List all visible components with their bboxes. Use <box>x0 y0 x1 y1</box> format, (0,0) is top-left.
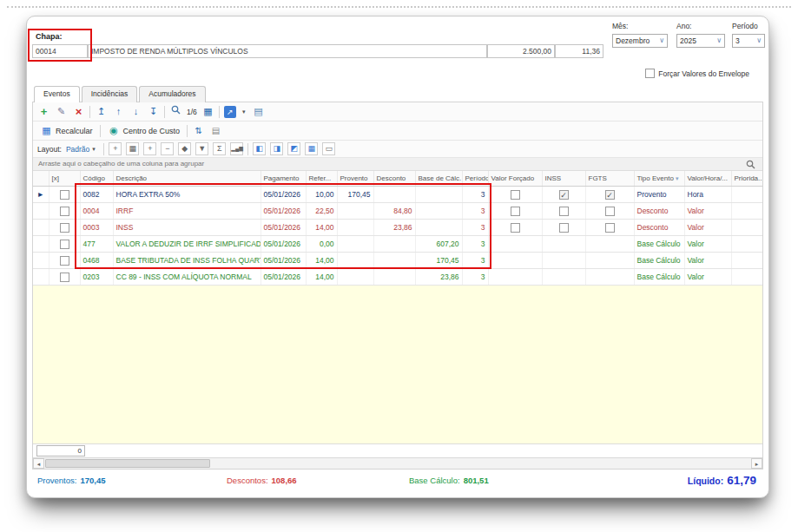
column-header-codigo[interactable]: Código <box>80 171 113 186</box>
mes-select[interactable]: Dezembro ∨ <box>612 34 668 48</box>
summary-sigma-icon[interactable]: Σ <box>213 142 226 155</box>
events-grid: [x]CódigoDescriçãoPagamentoRefer...Prove… <box>33 171 762 443</box>
fgts-checkbox[interactable] <box>605 207 615 216</box>
column-header-valor_forcado[interactable]: Valor Forçado <box>488 171 542 186</box>
chapa-field[interactable]: 00014 <box>32 44 88 58</box>
summary-icon[interactable]: ▤ <box>209 124 222 137</box>
sort-icon[interactable]: ⇅ <box>192 124 205 137</box>
delete-button[interactable]: × <box>72 105 85 118</box>
rate-field[interactable]: 11,36 <box>555 44 603 58</box>
table-row[interactable]: 0203CC 89 - INSS COM ALÍQUOTA NORMAL05/0… <box>33 268 762 285</box>
valor_forcado-checkbox[interactable] <box>511 207 520 216</box>
tab-incidencias[interactable]: Incidências <box>82 86 138 102</box>
pin-column-icon[interactable]: ◆ <box>178 142 191 155</box>
centro-custo-icon: ◉ <box>108 124 121 137</box>
column-header-prioridade[interactable]: Priorida... <box>731 171 762 186</box>
edit-button[interactable]: ✎ <box>55 105 68 118</box>
filter-icon[interactable]: ▾ <box>676 175 679 181</box>
table-row[interactable]: ►0082HORA EXTRA 50%05/01/202610,00170,45… <box>33 186 762 202</box>
collapse-all-icon[interactable]: − <box>161 142 174 155</box>
last-record-button[interactable]: ↧ <box>147 105 160 118</box>
table-row[interactable]: 0003INSS05/01/202614,0023,863DescontoVal… <box>33 219 762 235</box>
forcar-valores-checkbox[interactable] <box>645 69 655 78</box>
centro-custo-button[interactable]: ◉ Centro de Custo <box>105 124 183 137</box>
row-select-checkbox[interactable] <box>60 207 69 216</box>
add-button[interactable]: + <box>37 105 50 118</box>
fgts-checkbox[interactable] <box>605 223 615 233</box>
column-header-periodo[interactable]: Período <box>462 171 488 186</box>
row-select-checkbox[interactable] <box>60 190 69 200</box>
scrollbar-thumb[interactable] <box>45 459 210 468</box>
divider <box>219 106 220 118</box>
table-row[interactable]: 477VALOR A DEDUZIR DE IRRF SIMPLIFICADO … <box>33 235 762 252</box>
horizontal-scrollbar[interactable]: ◂ ▸ <box>33 457 762 469</box>
cell-pagamento: 05/01/2026 <box>261 235 306 252</box>
cell-valor_hora: Valor <box>684 252 731 268</box>
column-header-check[interactable]: [x] <box>49 171 80 186</box>
table-row[interactable]: 0468BASE TRIBUTADA DE INSS FOLHA QUARTA … <box>33 252 762 268</box>
export-dropdown-caret[interactable]: ▾ <box>241 105 247 118</box>
column-header-inss[interactable]: INSS <box>542 171 585 186</box>
report-icon[interactable]: ▤ <box>252 105 265 118</box>
layout-select[interactable]: Padrão ▾ <box>66 145 99 154</box>
footer-toggle-icon[interactable]: ▭ <box>322 142 335 155</box>
row-select-checkbox[interactable] <box>60 223 69 233</box>
next-record-button[interactable]: ↓ <box>129 105 142 118</box>
column-header-tipo_evento[interactable]: Tipo Evento▾ <box>634 171 684 186</box>
periodo-select[interactable]: 3 ∨ <box>732 34 765 48</box>
panel-left-icon[interactable]: ◧ <box>253 142 266 155</box>
cell-fgts <box>585 268 634 285</box>
group-by-hint: Arraste aqui o cabeçalho de uma coluna p… <box>38 160 204 167</box>
add-group-icon[interactable]: + <box>143 142 156 155</box>
column-header-pagamento[interactable]: Pagamento <box>261 171 306 186</box>
search-icon[interactable] <box>169 105 182 118</box>
cell-descricao: HORA EXTRA 50% <box>113 186 261 202</box>
tab-acumuladores[interactable]: Acumuladores <box>139 86 205 102</box>
filter-icon[interactable]: ▼ <box>195 142 208 155</box>
row-select-checkbox[interactable] <box>60 256 69 266</box>
cell-check <box>49 202 80 219</box>
employee-name-field[interactable]: IMPOSTO DE RENDA MÚLTIPLOS VÍNCULOS <box>88 44 487 58</box>
cell-provento <box>337 252 373 268</box>
inss-checkbox[interactable] <box>559 223 569 233</box>
tab-eventos[interactable]: Eventos <box>34 86 80 102</box>
column-header-desconto[interactable]: Desconto <box>373 171 415 186</box>
layout-label: Layout: <box>37 145 62 154</box>
cell-valor_hora: Valor <box>684 202 731 219</box>
cell-desconto: 84,80 <box>373 202 415 219</box>
panel-top-icon[interactable]: ◩ <box>287 142 300 155</box>
valor_forcado-checkbox[interactable] <box>511 190 520 200</box>
row-select-checkbox[interactable] <box>60 273 69 282</box>
scroll-right-arrow[interactable]: ▸ <box>751 458 762 469</box>
table-row[interactable]: 0004IRRF05/01/202622,5084,803DescontoVal… <box>33 202 762 219</box>
ano-select[interactable]: 2025 ∨ <box>676 34 725 48</box>
export-button[interactable]: ↗ <box>224 106 236 118</box>
valor_forcado-checkbox[interactable] <box>511 223 520 233</box>
column-header-base[interactable]: Base de Cálc. <box>415 171 462 186</box>
cell-valor_forcado <box>488 252 542 268</box>
panel-right-icon[interactable]: ◨ <box>270 142 283 155</box>
previous-record-button[interactable]: ↑ <box>112 105 125 118</box>
expand-column-header <box>33 171 49 186</box>
grid-view-icon[interactable]: ▦ <box>201 105 214 118</box>
column-header-refer[interactable]: Refer... <box>306 171 337 186</box>
scroll-left-arrow[interactable]: ◂ <box>33 458 44 469</box>
column-header-provento[interactable]: Provento <box>337 171 373 186</box>
column-header-valor_hora[interactable]: Valor/Hora/... <box>684 171 731 186</box>
salary-field[interactable]: 2.500,00 <box>487 44 555 58</box>
column-header-fgts[interactable]: FGTS <box>585 171 634 186</box>
inss-checkbox[interactable]: ✓ <box>559 190 569 200</box>
fgts-checkbox[interactable]: ✓ <box>605 190 615 200</box>
column-header-descricao[interactable]: Descrição <box>113 171 261 186</box>
cell-valor_forcado <box>488 219 542 235</box>
inss-checkbox[interactable] <box>559 207 569 216</box>
row-select-checkbox[interactable] <box>60 240 69 249</box>
best-fit-icon[interactable]: ▦ <box>126 142 139 155</box>
expand-all-icon[interactable]: + <box>109 142 122 155</box>
panel-grid-icon[interactable]: ▦ <box>305 142 318 155</box>
recalcular-button[interactable]: ▦ Recalcular <box>37 124 96 137</box>
group-by-bar[interactable]: Arraste aqui o cabeçalho de uma coluna p… <box>33 158 762 171</box>
cell-provento <box>337 268 373 285</box>
chart-icon[interactable]: ▂▄▆ <box>230 142 243 155</box>
first-record-button[interactable]: ↥ <box>95 105 108 118</box>
